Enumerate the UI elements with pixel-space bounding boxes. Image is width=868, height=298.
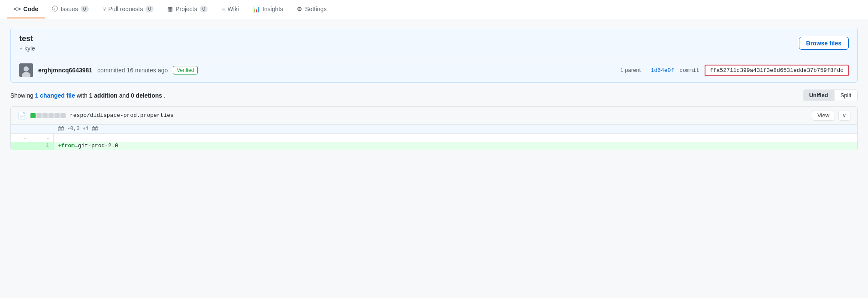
diff-context-line: … … [11, 134, 857, 142]
diff-view-toggle: Unified Split [803, 89, 858, 101]
diff-new-dots: … [32, 134, 54, 142]
diff-added-old-num [11, 142, 32, 150]
commit-card-header: test ⑂ kyle Browse files [11, 28, 857, 58]
unified-view-button[interactable]: Unified [803, 90, 835, 101]
split-view-button[interactable]: Split [835, 90, 857, 101]
diff-added-line: 1 +from=git-prod-2.0 [11, 142, 857, 150]
commit-card-body: erghjmncq6643981 committed 16 minutes ag… [11, 58, 857, 82]
view-button[interactable]: View [812, 110, 835, 121]
diff-file-card: 📄 respo/didispace-prod.properties View ∨ [10, 106, 858, 150]
diff-stats-text: Showing 1 changed file with 1 addition a… [10, 92, 166, 99]
added-rest: =git-prod-2.0 [75, 143, 118, 149]
commit-hash[interactable]: ffa52711c399a431f3e8d6531edde37b759f8fdc [705, 65, 849, 76]
issues-badge: 0 [81, 6, 89, 12]
insights-icon: 📊 [253, 6, 260, 12]
tab-code[interactable]: <> Code [7, 0, 45, 18]
tab-pull-requests[interactable]: ⑂ Pull requests 0 [96, 0, 161, 18]
diff-hunk-old-num [11, 125, 32, 133]
period: . [164, 92, 166, 99]
diff-stats-row: Showing 1 changed file with 1 addition a… [10, 89, 858, 101]
commit-title: test [19, 34, 799, 43]
diff-sq-gray-2 [42, 113, 48, 118]
projects-icon: ▦ [167, 6, 173, 12]
diff-context-content [54, 134, 857, 142]
diff-added-content: +from=git-prod-2.0 [54, 142, 857, 150]
diff-squares [30, 113, 66, 118]
browse-files-button[interactable]: Browse files [799, 37, 849, 50]
commit-author-name: kyle [24, 45, 35, 52]
verified-badge: Verified [173, 66, 198, 74]
diff-sq-gray-3 [48, 113, 54, 118]
commit-author: ⑂ kyle [19, 45, 799, 52]
tab-projects-label: Projects [175, 6, 197, 12]
tab-insights[interactable]: 📊 Insights [246, 0, 290, 18]
tab-insights-label: Insights [262, 6, 283, 12]
projects-badge: 0 [200, 6, 208, 12]
committer-name[interactable]: erghjmncq6643981 [38, 67, 92, 74]
deletions-count: 0 deletions [131, 92, 162, 99]
added-plus: + [58, 143, 61, 149]
pull-request-icon: ⑂ [102, 6, 106, 12]
tab-projects[interactable]: ▦ Projects 0 [160, 0, 214, 18]
diff-file-actions: View ∨ [812, 110, 850, 121]
commit-card: test ⑂ kyle Browse files erghjmncq664398… [10, 28, 858, 83]
diff-hunk-new-num [32, 125, 54, 133]
additions-count: 1 addition [89, 92, 118, 99]
tab-code-label: Code [23, 6, 38, 12]
diff-sq-gray-4 [54, 113, 60, 118]
repo-tabs: <> Code ⓘ Issues 0 ⑂ Pull requests 0 ▦ P… [0, 0, 868, 19]
parent-info: 1 parent 1d64e0f [620, 67, 674, 74]
commit-label-text: commit [679, 67, 699, 74]
code-icon: <> [14, 6, 21, 12]
pr-badge: 0 [145, 6, 154, 12]
wiki-icon: ≡ [221, 6, 225, 12]
parent-label: 1 parent [620, 67, 641, 73]
diff-sq-gray-1 [36, 113, 42, 118]
and-label: and [119, 92, 129, 99]
diff-hunk-row: @@ -0,0 +1 @@ [11, 125, 857, 134]
diff-added-new-num: 1 [32, 142, 54, 150]
file-doc-icon: 📄 [18, 111, 26, 119]
added-keyword-from: from [61, 143, 75, 149]
diff-hunk-header-text: @@ -0,0 +1 @@ [54, 125, 102, 133]
tab-issues[interactable]: ⓘ Issues 0 [45, 0, 95, 19]
diff-file-name-section: 📄 respo/didispace-prod.properties [18, 111, 174, 119]
with-label: with [77, 92, 87, 99]
parent-hash[interactable]: 1d64e0f [651, 67, 675, 74]
changed-file-link[interactable]: 1 changed file [35, 92, 75, 99]
tab-settings-label: Settings [305, 6, 327, 12]
tab-pr-label: Pull requests [108, 6, 143, 12]
diff-old-dots: … [11, 134, 32, 142]
git-branch-icon: ⑂ [19, 45, 23, 52]
commit-time: committed 16 minutes ago [97, 67, 168, 74]
commit-title-section: test ⑂ kyle [19, 34, 799, 52]
collapse-button[interactable]: ∨ [838, 110, 850, 121]
main-content: test ⑂ kyle Browse files erghjmncq664398… [0, 19, 868, 276]
tab-settings[interactable]: ⚙ Settings [290, 0, 334, 18]
diff-sq-green [30, 113, 36, 118]
settings-icon: ⚙ [297, 6, 302, 12]
file-name: respo/didispace-prod.properties [70, 112, 174, 119]
avatar [19, 63, 33, 77]
svg-point-1 [24, 66, 29, 72]
showing-label: Showing [10, 92, 33, 99]
tab-wiki-label: Wiki [228, 6, 239, 12]
diff-sq-gray-5 [60, 113, 66, 118]
issues-icon: ⓘ [52, 5, 58, 13]
tab-issues-label: Issues [60, 6, 78, 12]
tab-wiki[interactable]: ≡ Wiki [214, 0, 246, 18]
diff-file-header: 📄 respo/didispace-prod.properties View ∨ [11, 107, 857, 125]
